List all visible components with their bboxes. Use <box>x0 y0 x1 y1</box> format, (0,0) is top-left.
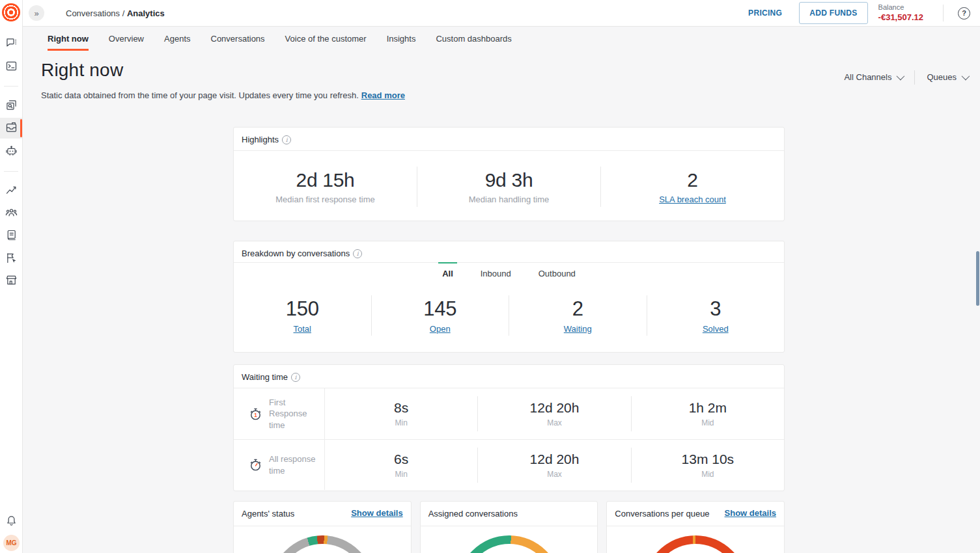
sidebar-item-search-conversations[interactable] <box>0 96 22 116</box>
queues-dropdown[interactable]: Queues <box>924 68 970 86</box>
sidebar-item-marketplace[interactable] <box>0 271 22 291</box>
queue-show-details-link[interactable]: Show details <box>725 508 776 518</box>
page-title: Right now <box>41 60 980 81</box>
stat-median-first-response: 2d 15h Median first response time <box>234 169 417 204</box>
waiting-link[interactable]: Waiting <box>564 324 592 334</box>
tab-voice-of-the-customer[interactable]: Voice of the customer <box>285 27 367 51</box>
agents-status-show-details-link[interactable]: Show details <box>351 508 402 518</box>
terminal-icon <box>5 59 18 75</box>
storefront-icon <box>5 273 18 290</box>
read-more-link[interactable]: Read more <box>361 90 405 100</box>
balance-label: Balance <box>878 3 923 12</box>
vertical-scrollbar-thumb[interactable] <box>976 251 979 306</box>
stat-value: 2 <box>601 169 784 191</box>
expand-sidebar-button[interactable]: » <box>29 5 44 21</box>
first-response-min: 8s Min <box>325 400 477 427</box>
sidebar-item-inbox[interactable] <box>0 118 22 139</box>
sidebar-item-flows[interactable] <box>0 249 22 269</box>
stat-value: 6s <box>325 452 477 467</box>
info-icon[interactable]: i <box>291 373 300 382</box>
chevron-down-icon <box>962 72 970 81</box>
sidebar-item-developers[interactable] <box>0 57 22 77</box>
agents-status-title: Agents' status <box>242 508 294 520</box>
stat-solved: 3 Solved <box>647 297 785 334</box>
stat-median-handling: 9d 3h Median handling time <box>417 169 600 204</box>
info-icon[interactable]: i <box>282 135 291 144</box>
breakdown-tab-all[interactable]: All <box>438 262 457 282</box>
agents-status-donut-chart <box>270 535 374 553</box>
conversations-per-queue-title: Conversations per queue <box>615 508 709 520</box>
agents-status-card: Agents' status Show details <box>233 501 412 553</box>
all-response-max: 12d 20h Max <box>478 452 630 479</box>
conversations-per-queue-donut-chart <box>643 535 748 553</box>
header-divider <box>943 5 944 21</box>
tab-agents[interactable]: Agents <box>164 27 190 51</box>
filters: All Channels Queues <box>841 68 970 86</box>
assigned-conversations-title: Assigned conversations <box>428 508 518 520</box>
breakdown-card: Breakdown by conversationsi All Inbound … <box>233 241 785 353</box>
tab-conversations[interactable]: Conversations <box>211 27 265 51</box>
stat-value: 12d 20h <box>478 452 630 467</box>
solved-link[interactable]: Solved <box>703 324 729 334</box>
journal-icon <box>5 228 18 245</box>
help-icon[interactable]: ? <box>958 7 970 20</box>
open-link[interactable]: Open <box>430 324 451 334</box>
stat-value: 13m 10s <box>632 452 784 467</box>
stat-label: Mid <box>632 418 784 427</box>
subtitle-text: Static data obtained from the time of yo… <box>41 90 359 100</box>
chevron-down-icon <box>897 72 905 81</box>
stat-label: Mid <box>632 470 784 479</box>
stat-sla-breach: 2 SLA breach count <box>601 169 784 204</box>
highlights-title: Highlights <box>242 135 279 144</box>
info-icon[interactable]: i <box>353 249 362 258</box>
stat-value: 8s <box>325 400 477 416</box>
tab-overview[interactable]: Overview <box>109 27 144 51</box>
robot-icon <box>5 144 18 160</box>
stat-label: Max <box>478 470 630 479</box>
sidebar-item-analytics[interactable] <box>0 180 22 201</box>
sidebar: MG <box>0 0 23 553</box>
sidebar-item-bots[interactable] <box>0 141 22 162</box>
balance: Balance -€31,507.12 <box>878 3 923 23</box>
stat-value: 1h 2m <box>632 400 784 416</box>
conversations-per-queue-card: Conversations per queue Show details <box>606 501 785 553</box>
people-icon <box>5 206 18 222</box>
stat-value: 145 <box>372 297 509 321</box>
breadcrumb-current: Analytics <box>127 8 165 18</box>
sidebar-item-contacts[interactable] <box>0 203 22 224</box>
all-response-mid: 13m 10s Mid <box>632 452 784 479</box>
user-avatar[interactable]: MG <box>3 535 20 551</box>
sla-breach-count-link[interactable]: SLA breach count <box>659 195 726 204</box>
top-header: » Conversations / Analytics PRICING ADD … <box>23 0 980 27</box>
tab-insights[interactable]: Insights <box>387 27 416 51</box>
channels-dropdown[interactable]: All Channels <box>841 68 905 86</box>
total-link[interactable]: Total <box>294 324 311 334</box>
assigned-conversations-donut-chart <box>457 535 561 553</box>
add-funds-button[interactable]: ADD FUNDS <box>799 2 867 24</box>
stat-value: 2d 15h <box>234 169 417 191</box>
chat-dots-icon <box>5 36 18 52</box>
stat-label: Max <box>478 418 630 427</box>
first-response-mid: 1h 2m Mid <box>632 400 784 427</box>
breadcrumb: Conversations / Analytics <box>66 8 165 18</box>
bird-logo[interactable] <box>2 3 20 21</box>
stat-open: 145 Open <box>372 297 509 334</box>
inbox-icon <box>5 120 18 137</box>
first-response-row: 1 First Response time 8s Min 12d 20h Max <box>234 388 784 439</box>
pricing-link[interactable]: PRICING <box>748 8 782 18</box>
row-label: First Response time <box>269 397 324 431</box>
stat-value: 9d 3h <box>417 169 600 191</box>
sidebar-item-logs[interactable] <box>0 226 22 247</box>
svg-text:1: 1 <box>254 412 257 418</box>
sidebar-item-notifications[interactable] <box>0 511 22 532</box>
queues-dropdown-label: Queues <box>927 72 957 82</box>
breakdown-tab-inbound[interactable]: Inbound <box>477 262 515 282</box>
sidebar-item-messaging[interactable] <box>0 33 22 54</box>
tab-right-now[interactable]: Right now <box>48 27 89 51</box>
breakdown-tab-outbound[interactable]: Outbound <box>535 262 580 282</box>
stopwatch-icon <box>248 457 263 472</box>
analytics-tabbar: Right now Overview Agents Conversations … <box>23 27 980 51</box>
tab-custom-dashboards[interactable]: Custom dashboards <box>436 27 511 51</box>
stat-label: Median first response time <box>234 195 417 204</box>
stopwatch-first-response-icon: 1 <box>248 407 263 422</box>
